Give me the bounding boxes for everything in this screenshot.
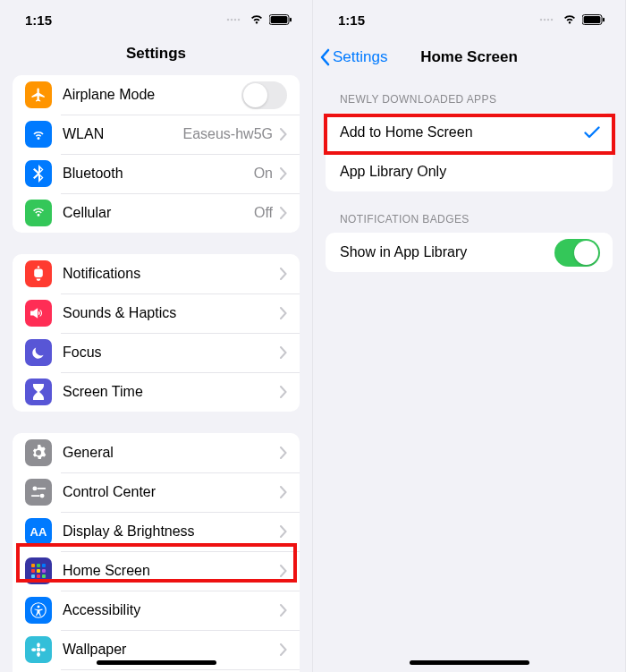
svg-point-32	[551, 19, 553, 21]
row-label: Show in App Library	[340, 244, 554, 260]
svg-rect-12	[31, 564, 35, 567]
person-icon	[25, 597, 52, 624]
chevron-right-icon	[280, 447, 287, 459]
row-screen-time[interactable]: Screen Time	[13, 372, 300, 412]
svg-rect-11	[31, 495, 40, 497]
flower-icon	[25, 636, 52, 663]
group-newly-downloaded: Add to Home Screen App Library Only	[326, 113, 613, 191]
chevron-right-icon	[280, 386, 287, 398]
show-in-app-library-toggle[interactable]	[554, 239, 600, 267]
home-indicator	[410, 660, 529, 665]
section-notification-badges: NOTIFICATION BADGES Show in App Library	[313, 213, 625, 272]
row-label: WLAN	[63, 126, 183, 142]
row-sounds[interactable]: Sounds & Haptics	[13, 293, 300, 333]
chevron-right-icon	[280, 565, 287, 577]
row-label: Accessibility	[63, 602, 280, 618]
status-time: 1:15	[338, 13, 365, 28]
row-label: General	[63, 445, 280, 461]
svg-point-25	[37, 652, 40, 657]
svg-rect-14	[42, 564, 46, 567]
row-focus[interactable]: Focus	[13, 333, 300, 372]
row-airplane-mode[interactable]: Airplane Mode	[13, 75, 300, 115]
row-add-to-home-screen[interactable]: Add to Home Screen	[326, 113, 613, 152]
settings-group-general: General Control Center AA Display & Brig…	[13, 433, 300, 672]
chevron-right-icon	[280, 207, 287, 219]
chevron-right-icon	[280, 268, 287, 280]
svg-point-8	[32, 486, 37, 490]
chevron-right-icon	[280, 643, 287, 656]
svg-point-31	[547, 19, 549, 21]
svg-rect-20	[42, 574, 46, 578]
page-title: Settings	[0, 45, 312, 63]
checkmark-icon	[584, 125, 600, 140]
row-accessibility[interactable]: Accessibility	[13, 591, 300, 630]
row-value: On	[254, 166, 273, 182]
wifi-icon	[563, 14, 577, 25]
speaker-icon	[25, 300, 52, 327]
gear-icon	[25, 439, 52, 466]
row-show-in-app-library[interactable]: Show in App Library	[326, 233, 613, 272]
row-home-screen[interactable]: Home Screen	[13, 551, 300, 591]
chevron-right-icon	[280, 486, 287, 498]
home-indicator	[97, 660, 216, 665]
svg-point-23	[37, 648, 41, 652]
row-general[interactable]: General	[13, 433, 300, 472]
nav-header: Settings Home Screen	[313, 39, 625, 79]
svg-rect-34	[584, 16, 601, 23]
section-header: NOTIFICATION BADGES	[313, 213, 625, 233]
row-label: Focus	[63, 345, 280, 361]
chevron-right-icon	[280, 525, 287, 538]
sliders-icon	[25, 479, 52, 506]
svg-rect-13	[37, 564, 40, 567]
airplane-toggle[interactable]	[241, 81, 287, 109]
airplane-icon	[25, 81, 52, 108]
svg-rect-5	[271, 16, 288, 23]
svg-rect-7	[34, 268, 43, 277]
row-value: Off	[254, 205, 273, 221]
svg-rect-15	[31, 569, 35, 573]
row-notifications[interactable]: Notifications	[13, 254, 300, 293]
row-label: Notifications	[63, 266, 280, 282]
cellular-icon	[25, 200, 52, 226]
cellular-dots-icon	[539, 15, 557, 24]
settings-group-connectivity: Airplane Mode WLAN Easeus-hw5G Bluetooth…	[13, 75, 300, 233]
row-cellular[interactable]: Cellular Off	[13, 193, 300, 233]
chevron-right-icon	[280, 167, 287, 180]
back-button[interactable]: Settings	[318, 48, 387, 66]
row-label: Sounds & Haptics	[63, 305, 280, 321]
status-bar: 1:15	[313, 0, 625, 39]
group-notification-badges: Show in App Library	[326, 233, 613, 272]
aa-icon: AA	[25, 518, 52, 545]
svg-point-29	[540, 19, 542, 21]
battery-icon	[269, 14, 292, 25]
svg-point-27	[41, 648, 46, 651]
grid-icon	[25, 557, 52, 584]
status-bar: 1:15	[0, 0, 312, 39]
chevron-left-icon	[318, 48, 331, 66]
svg-point-22	[38, 605, 40, 608]
row-app-library-only[interactable]: App Library Only	[326, 152, 613, 191]
status-icons	[226, 14, 292, 25]
home-screen-settings-screen: 1:15 Settings Home Screen NEWLY DOWNLOAD…	[313, 0, 626, 672]
svg-rect-35	[603, 18, 605, 21]
row-bluetooth[interactable]: Bluetooth On	[13, 154, 300, 193]
svg-rect-6	[290, 18, 292, 21]
wifi-icon	[25, 121, 52, 148]
svg-rect-19	[37, 574, 40, 578]
row-control-center[interactable]: Control Center	[13, 472, 300, 512]
cellular-dots-icon	[226, 15, 244, 24]
row-label: Bluetooth	[63, 166, 254, 182]
section-newly-downloaded: NEWLY DOWNLOADED APPS Add to Home Screen…	[313, 93, 625, 191]
row-label: Add to Home Screen	[340, 124, 584, 140]
status-icons	[539, 14, 605, 25]
chevron-right-icon	[280, 128, 287, 140]
svg-point-3	[238, 19, 240, 21]
row-display-brightness[interactable]: AA Display & Brightness	[13, 512, 300, 551]
svg-point-1	[231, 19, 233, 21]
row-wlan[interactable]: WLAN Easeus-hw5G	[13, 115, 300, 154]
section-header: NEWLY DOWNLOADED APPS	[313, 93, 625, 113]
chevron-right-icon	[280, 307, 287, 319]
moon-icon	[25, 339, 52, 366]
row-label: App Library Only	[340, 164, 600, 180]
svg-point-2	[234, 19, 236, 21]
